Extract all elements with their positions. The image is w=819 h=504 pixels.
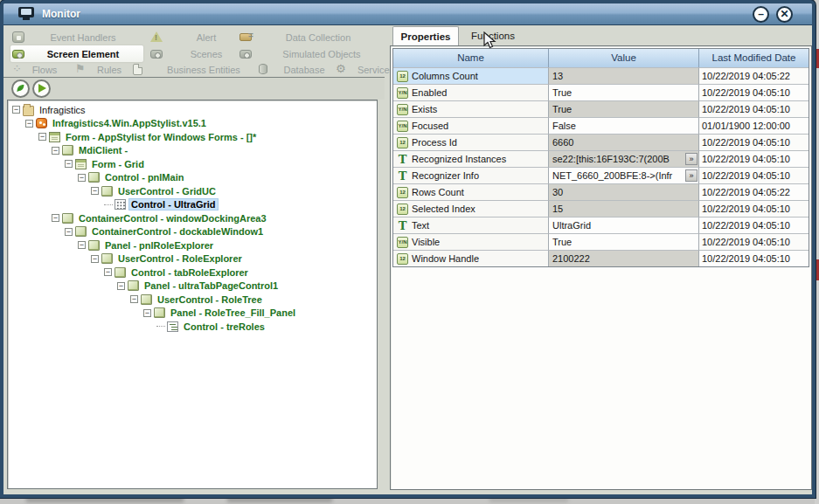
tree-node[interactable]: Control - UltraGrid	[8, 198, 377, 212]
ribbon-item-event-handlers[interactable]: Event Handlers	[10, 29, 143, 45]
property-value-cell[interactable]: NET_6660_200BFE:8->(Infr»	[549, 167, 699, 183]
alert-icon	[150, 31, 163, 42]
tree-node[interactable]: −ContainerControl - windowDockingArea3	[8, 211, 377, 225]
property-name-cell[interactable]: Y/NEnabled	[393, 84, 549, 100]
ribbon-item-label: Scenes	[149, 49, 252, 59]
tree-expander-icon[interactable]: −	[130, 295, 138, 303]
ribbon-item-rules[interactable]: Rules	[73, 61, 133, 78]
tree-node[interactable]: −ContainerControl - dockableWindow1	[8, 225, 377, 239]
tree-expander-icon[interactable]: −	[78, 241, 86, 249]
titlebar[interactable]: Monitor – ✕	[3, 3, 812, 25]
tree-node[interactable]: −UserControl - GridUC	[8, 184, 377, 198]
tree-expander-icon[interactable]: −	[91, 187, 99, 195]
last-modified-cell: 10/22/2019 04:05:10	[699, 250, 809, 266]
tree-node[interactable]: −Form - Grid	[8, 157, 377, 171]
column-header-date[interactable]: Last Modified Date	[699, 49, 809, 67]
ribbon-row-2: Screen ElementScenesSimulated Objects	[3, 45, 388, 62]
ribbon-item-screen-element[interactable]: Screen Element	[10, 45, 143, 62]
tree-expander-icon[interactable]: −	[143, 309, 151, 317]
table-row: Y/NEnabledTrue10/22/2019 04:05:10	[393, 84, 809, 100]
tree-node[interactable]: −Panel - ultraTabPageControl1	[8, 280, 377, 293]
tree-node[interactable]: −UserControl - RoleTree	[8, 293, 377, 307]
tree-node[interactable]: −Infragistics	[8, 103, 377, 117]
tree-node-label: Infragistics4.Win.AppStylist.v15.1	[51, 118, 208, 128]
property-name-cell[interactable]: 12Window Handle	[393, 250, 549, 266]
ribbon-item-business-entities[interactable]: Business Entities	[131, 61, 264, 78]
ribbon-row-3: FlowsRulesBusiness EntitiesDatabaseServi…	[3, 61, 388, 78]
property-value-cell[interactable]: 6660	[549, 134, 699, 150]
ribbon-item-alert[interactable]: Alert	[149, 29, 252, 45]
property-name-cell[interactable]: Y/NFocused	[393, 117, 549, 134]
property-value-cell[interactable]: UltraGrid	[549, 217, 699, 233]
tree-expander-icon[interactable]: −	[25, 120, 33, 128]
tree-node-label: Panel - RoleTree_Fill_Panel	[169, 307, 297, 318]
ribbon-item-simulated-objects[interactable]: Simulated Objects	[238, 45, 393, 62]
tree-connector	[156, 326, 165, 327]
minimize-button[interactable]: –	[753, 6, 769, 23]
property-value-cell[interactable]: True	[549, 233, 699, 250]
last-modified-cell: 10/22/2019 04:05:10	[699, 167, 809, 183]
tree-expander-icon[interactable]: −	[65, 228, 73, 236]
tree-node[interactable]: −Infragistics4.Win.AppStylist.v15.1	[8, 117, 377, 131]
column-header-name[interactable]: Name	[393, 49, 549, 67]
last-modified-cell: 10/22/2019 04:05:10	[699, 200, 809, 217]
table-row: Y/NVisibleTrue10/22/2019 04:05:10	[393, 233, 809, 250]
expand-value-button[interactable]: »	[685, 153, 698, 165]
close-button[interactable]: ✕	[776, 6, 793, 23]
tree-expander-icon[interactable]: −	[12, 106, 20, 114]
property-value-cell[interactable]: 30	[549, 183, 699, 200]
tree-expander-icon[interactable]: −	[52, 147, 59, 155]
tree-expander-icon[interactable]: −	[38, 133, 46, 141]
control-icon	[88, 240, 100, 251]
property-name-cell[interactable]: 12Columns Count	[393, 67, 549, 84]
property-value-cell[interactable]: 13	[549, 67, 699, 84]
property-name-cell[interactable]: TRecognizer Info	[393, 167, 549, 183]
control-icon	[128, 280, 139, 291]
property-name-cell[interactable]: 12Process Id	[393, 134, 549, 150]
ribbon-item-flows[interactable]: Flows	[10, 61, 66, 78]
property-name-cell[interactable]: Y/NVisible	[393, 233, 549, 250]
tree-expander-icon[interactable]: −	[52, 214, 59, 222]
tree-node[interactable]: Control - treRoles	[8, 320, 377, 334]
tree-expander-icon[interactable]: −	[91, 255, 99, 263]
column-header-value[interactable]: Value	[549, 49, 699, 67]
run-button[interactable]	[32, 79, 51, 98]
tree-node[interactable]: −MdiClient -	[8, 144, 377, 158]
tree-expander-icon[interactable]: −	[104, 268, 112, 276]
tree-expander-icon[interactable]: −	[78, 174, 86, 182]
property-value-cell[interactable]: se22:[this:16F193C:7(200B»	[549, 150, 699, 167]
tree-expander-icon[interactable]: −	[117, 282, 125, 290]
property-name-cell[interactable]: 12Rows Count	[393, 183, 549, 200]
table-row: 12Process Id666010/22/2019 04:05:10	[393, 134, 809, 150]
property-value-cell[interactable]: 2100222	[549, 250, 699, 266]
tab-functions[interactable]: Functions	[459, 26, 527, 45]
monitor-icon	[18, 7, 34, 20]
tree-node[interactable]: −Panel - pnlRoleExplorer	[8, 238, 377, 252]
ribbon-item-scenes[interactable]: Scenes	[149, 45, 252, 62]
property-value-cell[interactable]: 15	[549, 200, 699, 217]
control-tree[interactable]: −Infragistics−Infragistics4.Win.AppStyli…	[7, 100, 378, 489]
property-value: True	[552, 104, 572, 114]
tree-node[interactable]: −Control - pnlMain	[8, 171, 377, 185]
tree-expander-icon[interactable]: −	[65, 160, 73, 168]
screen: Monitor – ✕ Event HandlersAlertData Coll…	[0, 0, 819, 504]
property-value-cell[interactable]: True	[549, 84, 699, 100]
property-name: Rows Count	[412, 187, 464, 197]
tree-node[interactable]: −Panel - RoleTree_Fill_Panel	[8, 307, 377, 321]
ribbon-item-database[interactable]: Database	[257, 61, 339, 78]
tree-node[interactable]: −Form - AppStylist for Windows Forms - […	[8, 130, 377, 144]
ribbon-item-data-collection[interactable]: Data Collection	[238, 29, 386, 45]
property-name-cell[interactable]: TRecognized Instances	[393, 150, 549, 167]
tree-node[interactable]: −UserControl - RoleExplorer	[8, 252, 377, 266]
property-name-cell[interactable]: TText	[393, 217, 549, 233]
tree-node[interactable]: −Control - tabRoleExplorer	[8, 266, 377, 280]
property-value-cell[interactable]: False	[549, 117, 699, 134]
tab-properties[interactable]: Properties	[392, 26, 459, 45]
property-name-cell[interactable]: 12Selected Index	[393, 200, 549, 217]
capture-button[interactable]	[11, 79, 30, 98]
property-value: 6660	[552, 137, 573, 148]
property-value: False	[552, 121, 576, 131]
property-name-cell[interactable]: Y/NExists	[393, 100, 549, 117]
expand-value-button[interactable]: »	[685, 169, 698, 182]
property-value-cell[interactable]: True	[549, 100, 699, 117]
